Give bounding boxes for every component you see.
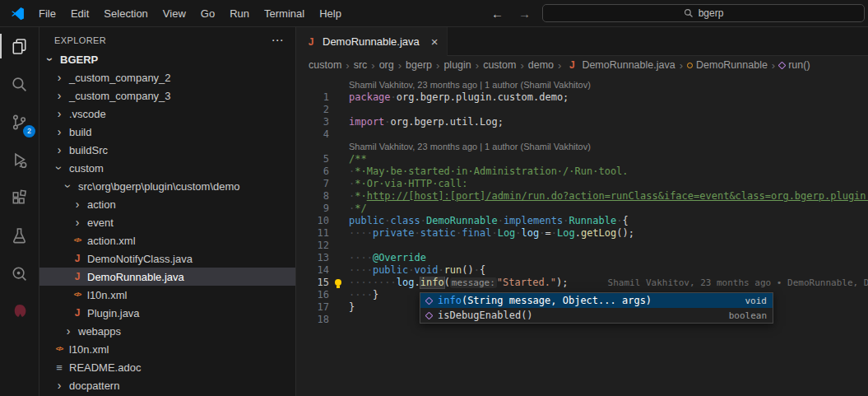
- menu-help[interactable]: Help: [312, 7, 349, 20]
- lightbulb-icon[interactable]: [329, 277, 349, 289]
- code-text[interactable]: ····@Override: [349, 252, 868, 264]
- search-icon[interactable]: [0, 65, 39, 103]
- breadcrumb-demo[interactable]: demo: [528, 59, 554, 71]
- token-kwb: public: [349, 215, 384, 226]
- line-number[interactable]: 5: [296, 153, 329, 165]
- tree-item-demorunnable-java[interactable]: JDemoRunnable.java: [39, 268, 295, 286]
- code-text[interactable]: import·org.bgerp.util.Log;: [349, 116, 868, 128]
- suggestion-info[interactable]: info(String message, Object... args)void: [420, 293, 773, 308]
- menu-view[interactable]: View: [155, 7, 193, 20]
- tree-item-label: README.adoc: [69, 361, 141, 374]
- breadcrumb-demorunnable-java[interactable]: JDemoRunnable.java: [565, 59, 675, 71]
- tree-item-l10n-xml[interactable]: </>l10n.xml: [39, 286, 295, 304]
- line-number[interactable]: 2: [296, 104, 329, 116]
- forward-icon[interactable]: →: [518, 7, 531, 21]
- testing-icon[interactable]: [0, 217, 39, 254]
- code-text[interactable]: /**: [349, 153, 868, 165]
- code-text[interactable]: ·*/: [349, 203, 868, 215]
- code-text[interactable]: package·org.bgerp.plugin.custom.demo;: [349, 91, 868, 104]
- code-text[interactable]: ·*·May·be·started·in·Administration·/·Ru…: [349, 165, 868, 178]
- breadcrumb-plugin[interactable]: plugin: [443, 59, 471, 71]
- blame-annotation: Shamil Vakhitov, 23 months ago | 1 autho…: [349, 142, 591, 151]
- line-number[interactable]: 16: [296, 289, 329, 301]
- run-and-debug-icon[interactable]: [0, 141, 39, 179]
- gitlens-icon[interactable]: [0, 254, 39, 292]
- code-text[interactable]: ····public·void·run()·{: [349, 264, 868, 277]
- breadcrumb-custom[interactable]: custom: [309, 59, 341, 71]
- tree-item-action-xml[interactable]: </>action.xml: [39, 231, 295, 249]
- line-number[interactable]: 14: [296, 264, 329, 277]
- more-actions-icon[interactable]: ⋯: [272, 33, 284, 48]
- token-ws: ·: [384, 116, 390, 128]
- tree-item-docpattern[interactable]: ›docpattern: [39, 376, 295, 394]
- breadcrumb-demorunnable[interactable]: DemoRunnable: [687, 59, 768, 71]
- tree-item-src-org-bgerp-plugin-custom-demo[interactable]: ›src\org\bgerp\plugin\custom\demo: [39, 177, 295, 195]
- code-text[interactable]: [349, 128, 868, 141]
- code-text[interactable]: Shamil Vakhitov, 23 months ago | 1 autho…: [349, 79, 868, 91]
- menu-file[interactable]: File: [31, 7, 63, 20]
- code-text[interactable]: Shamil Vakhitov, 23 months ago | 1 autho…: [349, 141, 868, 153]
- menu-terminal[interactable]: Terminal: [257, 7, 312, 20]
- tree-item-bgerp[interactable]: ›BGERP: [39, 50, 295, 68]
- line-number[interactable]: 18: [296, 314, 329, 326]
- menu-run[interactable]: Run: [222, 7, 257, 20]
- tree-item-buildsrc[interactable]: ›buildSrc: [39, 141, 295, 159]
- tree-item-vscode[interactable]: ›.vscode: [39, 105, 295, 123]
- tree-item-plugin-java[interactable]: JPlugin.java: [39, 304, 295, 322]
- tree-item-custom[interactable]: ›custom: [39, 159, 295, 177]
- tree-item-l10n-xml[interactable]: </>l10n.xml: [39, 340, 295, 358]
- token-var: log: [522, 227, 540, 239]
- suggestion-isdebugenabled[interactable]: isDebugEnabled()boolean: [420, 308, 773, 323]
- line-number[interactable]: 13: [296, 252, 329, 264]
- code-line: 10public·class·DemoRunnable·implements·R…: [296, 215, 868, 227]
- line-number[interactable]: 4: [296, 128, 329, 141]
- line-number[interactable]: 6: [296, 165, 329, 178]
- line-number[interactable]: 3: [296, 116, 329, 128]
- tab-demorunnable-java[interactable]: J DemoRunnable.java ×: [296, 27, 448, 56]
- menu-selection[interactable]: Selection: [96, 7, 155, 20]
- line-number[interactable]: 7: [296, 178, 329, 190]
- code-text[interactable]: [349, 104, 868, 116]
- line-number[interactable]: 17: [296, 301, 329, 314]
- code-text[interactable]: ·*·http://[host]:[port]/admin/run.do?act…: [349, 190, 868, 203]
- java-file-icon: J: [565, 60, 578, 70]
- line-number[interactable]: 15: [296, 277, 329, 289]
- line-number[interactable]: [296, 141, 329, 153]
- code-text[interactable]: ········log.info(message:"Started.");Sha…: [349, 277, 868, 289]
- breadcrumb-src[interactable]: src: [354, 59, 368, 71]
- tree-item-custom-company-2[interactable]: ›_custom_company_2: [39, 68, 295, 86]
- line-number[interactable]: 1: [296, 91, 329, 104]
- tree-item-custom-company-3[interactable]: ›_custom_company_3: [39, 86, 295, 105]
- menu-go[interactable]: Go: [193, 7, 222, 20]
- tree-item-event[interactable]: ›event: [39, 213, 295, 231]
- command-center-search[interactable]: bgerp: [542, 4, 865, 22]
- source-control-icon[interactable]: 2: [0, 103, 39, 141]
- line-number[interactable]: 10: [296, 215, 329, 227]
- tree-item-readme-adoc[interactable]: ≡README.adoc: [39, 358, 295, 376]
- line-number[interactable]: 12: [296, 240, 329, 252]
- line-number[interactable]: 8: [296, 190, 329, 203]
- tree-item-demonotifyclass-java[interactable]: JDemoNotifyClass.java: [39, 249, 295, 268]
- menu-edit[interactable]: Edit: [63, 7, 96, 20]
- explorer-icon[interactable]: [0, 27, 39, 65]
- code-text[interactable]: [349, 240, 868, 252]
- code-text[interactable]: public·class·DemoRunnable·implements·Run…: [349, 215, 868, 227]
- line-number[interactable]: 9: [296, 203, 329, 215]
- java-file-icon: J: [71, 272, 84, 282]
- tree-item-webapps[interactable]: ›webapps: [39, 322, 295, 340]
- code-text[interactable]: ····private·static·final·Log·log·=·Log.g…: [349, 227, 868, 240]
- breadcrumb-org[interactable]: org: [379, 59, 394, 71]
- tree-item-action[interactable]: ›action: [39, 195, 295, 213]
- red-extension-icon[interactable]: [0, 292, 39, 330]
- line-number[interactable]: [296, 79, 329, 91]
- tree-item-build[interactable]: ›build: [39, 123, 295, 141]
- code-line: 13····@Override: [296, 252, 868, 264]
- line-number[interactable]: 11: [296, 227, 329, 240]
- breadcrumb-custom[interactable]: custom: [483, 59, 516, 71]
- code-text[interactable]: ·*·Or·via·HTTP·call:: [349, 178, 868, 190]
- back-icon[interactable]: ←: [491, 7, 504, 21]
- breadcrumb-run[interactable]: run(): [779, 59, 810, 71]
- extensions-icon[interactable]: [0, 179, 39, 217]
- close-tab-icon[interactable]: ×: [431, 35, 439, 49]
- breadcrumb-bgerp[interactable]: bgerp: [406, 59, 432, 71]
